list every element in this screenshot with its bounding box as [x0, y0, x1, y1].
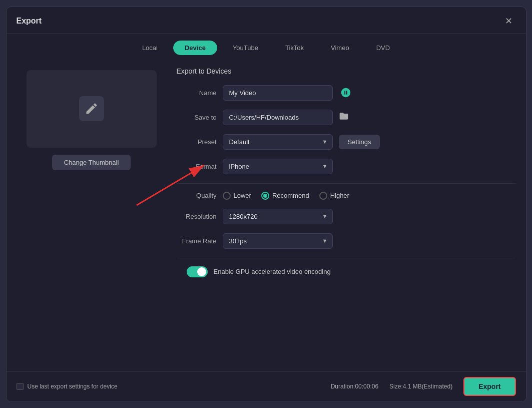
close-button[interactable]: ✕	[502, 14, 516, 28]
dialog-title: Export	[17, 17, 42, 26]
frame-rate-row: Frame Rate 30 fps ▼	[177, 233, 516, 249]
settings-button[interactable]: Settings	[339, 135, 380, 149]
quality-lower-option[interactable]: Lower	[223, 192, 251, 200]
frame-rate-select-wrap: 30 fps ▼	[223, 233, 333, 249]
dialog-header: Export ✕	[7, 7, 526, 34]
tab-device[interactable]: Device	[173, 41, 217, 55]
edit-icon	[85, 102, 99, 116]
last-export-label: Use last export settings for device	[28, 383, 118, 390]
preset-select-wrap: Default ▼	[223, 134, 333, 150]
preset-select[interactable]: Default	[223, 134, 333, 150]
quality-recommend-option[interactable]: Recommend	[261, 192, 309, 200]
save-to-row: Save to	[177, 110, 516, 125]
frame-rate-label: Frame Rate	[177, 237, 217, 245]
folder-icon[interactable]	[339, 111, 349, 123]
last-export-setting: Use last export settings for device	[17, 383, 118, 390]
dialog-body: Change Thumbnail Export to Devices Name	[7, 60, 526, 287]
resolution-label: Resolution	[177, 213, 217, 220]
gpu-toggle[interactable]	[187, 266, 208, 277]
quality-options: Lower Recommend Higher	[223, 192, 349, 200]
export-button[interactable]: Export	[463, 377, 515, 396]
resolution-row: Resolution 1280x720 ▼	[177, 209, 516, 224]
format-row: Format iPhone ▼	[177, 159, 516, 174]
tab-local[interactable]: Local	[131, 41, 169, 55]
save-to-input[interactable]	[223, 110, 333, 125]
gpu-label: Enable GPU accelerated video encoding	[214, 268, 331, 275]
resolution-select[interactable]: 1280x720	[223, 209, 333, 224]
divider-1	[177, 183, 516, 184]
quality-row: Quality Lower Recommend Higher	[177, 192, 516, 200]
quality-recommend-radio[interactable]	[261, 192, 269, 200]
quality-lower-radio[interactable]	[223, 192, 231, 200]
frame-rate-select[interactable]: 30 fps	[223, 233, 333, 249]
quality-higher-radio[interactable]	[319, 192, 327, 200]
tab-vimeo[interactable]: Vimeo	[319, 41, 361, 55]
preset-label: Preset	[177, 138, 217, 146]
quality-higher-option[interactable]: Higher	[319, 192, 349, 200]
tab-youtube[interactable]: YouTube	[221, 41, 270, 55]
tabs-row: Local Device YouTube TikTok Vimeo DVD	[7, 34, 526, 60]
format-select[interactable]: iPhone	[223, 159, 333, 174]
quality-label: Quality	[177, 192, 217, 199]
change-thumbnail-button[interactable]: Change Thumbnail	[52, 155, 131, 170]
name-row: Name	[177, 85, 516, 101]
resolution-select-wrap: 1280x720 ▼	[223, 209, 333, 224]
export-dialog: Export ✕ Local Device YouTube TikTok Vim…	[6, 7, 526, 402]
left-panel: Change Thumbnail	[17, 65, 167, 277]
thumbnail-area	[27, 70, 157, 148]
duration-text: Duration:00:00:06	[331, 383, 378, 390]
quality-lower-label: Lower	[234, 192, 251, 199]
tab-dvd[interactable]: DVD	[365, 41, 401, 55]
dialog-footer: Use last export settings for device Dura…	[7, 371, 526, 401]
name-input[interactable]	[223, 85, 333, 101]
right-panel: Export to Devices Name Save to	[177, 65, 516, 277]
divider-2	[177, 258, 516, 258]
name-label: Name	[177, 89, 217, 97]
quality-recommend-label: Recommend	[272, 192, 309, 199]
thumbnail-icon	[79, 96, 104, 121]
gpu-row: Enable GPU accelerated video encoding	[177, 266, 516, 277]
save-to-label: Save to	[177, 114, 217, 121]
tab-tiktok[interactable]: TikTok	[274, 41, 315, 55]
format-select-wrap: iPhone ▼	[223, 159, 333, 174]
quality-higher-label: Higher	[330, 192, 349, 199]
last-export-checkbox[interactable]	[17, 383, 24, 390]
ai-icon[interactable]	[339, 86, 353, 100]
size-text: Size:4.1 MB(Estimated)	[389, 383, 452, 390]
preset-row: Preset Default ▼ Settings	[177, 134, 516, 150]
toggle-knob	[197, 267, 206, 276]
export-section-title: Export to Devices	[177, 67, 516, 75]
format-label: Format	[177, 163, 217, 170]
overlay: Export ✕ Local Device YouTube TikTok Vim…	[0, 0, 532, 408]
